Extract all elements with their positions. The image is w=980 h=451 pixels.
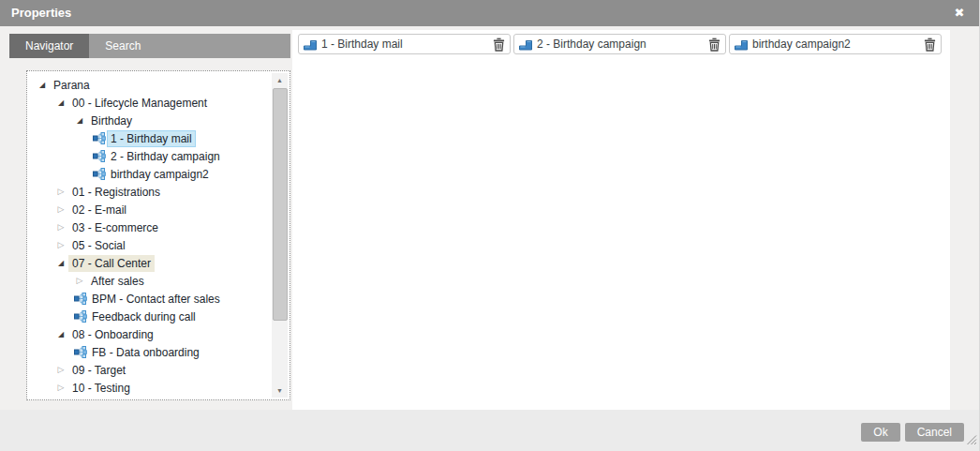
tree-item-label: 02 - E-mail <box>68 202 130 218</box>
tree-item[interactable]: ◢ 08 - Onboarding <box>27 325 270 343</box>
tree-item[interactable]: ◢ 00 - Lifecycle Management <box>27 94 270 112</box>
campaign-step-icon <box>735 38 749 51</box>
tab-strip: Navigator Search <box>9 34 290 58</box>
collapse-arrow-icon[interactable]: ◢ <box>35 76 50 94</box>
tree-item[interactable]: 1 - Birthday mail <box>27 129 270 147</box>
tree-item[interactable]: birthday campaign2 <box>27 165 270 183</box>
tree-item-label: 08 - Onboarding <box>68 326 157 343</box>
expand-arrow-icon[interactable]: ▷ <box>53 218 68 236</box>
resize-grip-icon[interactable] <box>966 432 977 449</box>
tree-item-label: FB - Data onboarding <box>88 344 203 361</box>
tree-item[interactable]: Feedback during call <box>27 308 270 325</box>
tree-scrollbar[interactable]: ▲ ▼ <box>272 73 288 398</box>
tree-item-label: birthday campaign2 <box>107 166 213 183</box>
tree-item[interactable]: ▷ 09 - Target <box>27 361 270 379</box>
tree-item[interactable]: FB - Data onboarding <box>27 343 270 361</box>
tree-item-label: After sales <box>87 273 148 290</box>
collapse-arrow-icon[interactable]: ◢ <box>53 254 68 272</box>
tree-item-label: 05 - Social <box>68 237 129 254</box>
tree-item[interactable]: ◢ 07 - Call Center <box>27 254 270 272</box>
trash-icon[interactable] <box>493 38 505 52</box>
tab-navigator[interactable]: Navigator <box>9 34 89 58</box>
campaign-step-icon <box>519 38 533 51</box>
campaign-icon <box>91 132 107 144</box>
tree-item-label: 10 - Testing <box>68 380 134 397</box>
trash-icon[interactable] <box>924 38 936 52</box>
collapse-arrow-icon[interactable]: ◢ <box>53 325 68 343</box>
scroll-down-icon[interactable]: ▼ <box>272 383 288 398</box>
tree-item-label: 03 - E-commerce <box>68 219 162 236</box>
cancel-button[interactable]: Cancel <box>905 423 964 442</box>
navigator-tree-panel: ◢ Parana ◢ 00 - Lifecycle Management ◢ B… <box>26 70 290 400</box>
tree-item-label: BPM - Contact after sales <box>88 291 224 308</box>
campaign-icon <box>72 346 88 358</box>
collapse-arrow-icon[interactable]: ◢ <box>53 94 68 112</box>
expand-arrow-icon[interactable]: ▷ <box>53 361 68 379</box>
tree-item[interactable]: 2 - Birthday campaign <box>27 147 270 165</box>
tree-item[interactable]: ▷ 10 - Testing <box>27 379 270 397</box>
selected-campaigns-row: 1 - Birthday mail 2 - Birthday campaign <box>292 30 950 54</box>
tree-item[interactable]: BPM - Contact after sales <box>27 290 270 308</box>
tab-search[interactable]: Search <box>89 34 156 58</box>
campaign-tree: ◢ Parana ◢ 00 - Lifecycle Management ◢ B… <box>27 76 270 399</box>
tree-item-label: 1 - Birthday mail <box>107 130 196 147</box>
tree-item-label: Feedback during call <box>88 308 200 325</box>
tree-item-label: Birthday <box>87 113 136 129</box>
tree-item-label: Parana <box>50 77 94 94</box>
chip-label: 1 - Birthday mail <box>321 38 493 51</box>
expand-arrow-icon[interactable]: ▷ <box>53 183 68 201</box>
expand-arrow-icon[interactable]: ▷ <box>53 379 68 397</box>
campaign-icon <box>91 150 107 162</box>
selection-panel: 1 - Birthday mail 2 - Birthday campaign <box>292 30 950 410</box>
tree-item[interactable]: ▷ After sales <box>27 272 270 290</box>
tree-item[interactable]: ◢ Parana <box>27 76 270 94</box>
campaign-icon <box>72 293 88 305</box>
ok-button[interactable]: Ok <box>861 423 899 442</box>
expand-arrow-icon[interactable]: ▷ <box>53 236 68 254</box>
selected-campaign-chip: birthday campaign2 <box>729 34 942 54</box>
tree-item-label: 2 - Birthday campaign <box>107 148 224 165</box>
tree-item[interactable]: ▷ 05 - Social <box>27 236 270 254</box>
chip-label: 2 - Birthday campaign <box>537 38 708 51</box>
close-icon[interactable]: ✖ <box>947 0 972 26</box>
scrollbar-thumb[interactable] <box>273 88 288 321</box>
expand-arrow-icon[interactable]: ▷ <box>53 201 68 218</box>
tree-item-label: 01 - Registrations <box>68 184 164 201</box>
selected-campaign-chip: 2 - Birthday campaign <box>513 34 726 54</box>
tree-item-label: 00 - Lifecycle Management <box>68 95 211 112</box>
campaign-icon <box>91 168 107 180</box>
campaign-step-icon <box>304 38 318 51</box>
dialog-title: Properties <box>0 0 979 26</box>
selected-campaign-chip: 1 - Birthday mail <box>298 34 511 54</box>
tree-item[interactable]: ▷ 03 - E-commerce <box>27 218 270 236</box>
properties-dialog: Properties ✖ Navigator Search ◢ Parana ◢… <box>0 0 980 451</box>
campaign-icon <box>72 310 88 323</box>
footer-buttons: Ok Cancel <box>861 423 964 442</box>
footer-bar: Ok Cancel <box>0 410 979 451</box>
tree-item[interactable]: ▷ 02 - E-mail <box>27 201 270 218</box>
tree-item[interactable]: ◢ Birthday <box>27 112 270 129</box>
tree-item-label: 07 - Call Center <box>68 255 155 272</box>
expand-arrow-icon[interactable]: ▷ <box>72 272 87 290</box>
title-bar: Properties ✖ <box>0 0 979 26</box>
scroll-up-icon[interactable]: ▲ <box>272 73 288 87</box>
trash-icon[interactable] <box>708 38 720 52</box>
tree-item[interactable]: ▷ 01 - Registrations <box>27 183 270 201</box>
collapse-arrow-icon[interactable]: ◢ <box>72 112 87 129</box>
tree-item-label: 09 - Target <box>68 362 129 379</box>
chip-label: birthday campaign2 <box>752 38 924 51</box>
